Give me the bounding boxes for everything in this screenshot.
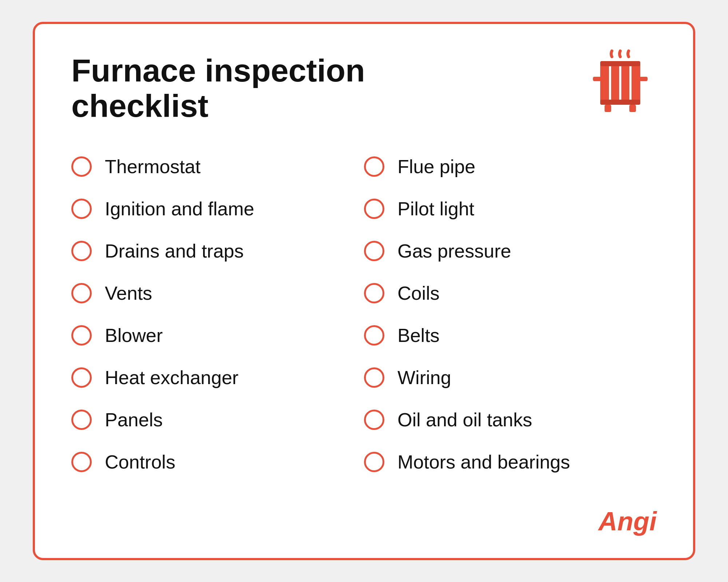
- checkbox-circle[interactable]: [364, 241, 384, 261]
- item-label: Controls: [105, 451, 175, 473]
- item-label: Pilot light: [397, 198, 474, 220]
- main-card: Furnace inspection checklist: [33, 22, 695, 560]
- checkbox-circle[interactable]: [71, 410, 92, 430]
- checkbox-circle[interactable]: [364, 452, 384, 472]
- item-label: Panels: [105, 409, 163, 431]
- list-item: Vents: [71, 272, 364, 314]
- list-item: Thermostat: [71, 146, 364, 188]
- checkbox-circle[interactable]: [71, 367, 92, 388]
- item-label: Vents: [105, 282, 152, 304]
- checkbox-circle[interactable]: [364, 325, 384, 346]
- svg-rect-5: [600, 100, 640, 105]
- svg-rect-9: [629, 105, 636, 112]
- checkbox-circle[interactable]: [71, 325, 92, 346]
- furnace-icon: [584, 49, 657, 122]
- checkbox-circle[interactable]: [71, 452, 92, 472]
- checkbox-circle[interactable]: [364, 199, 384, 219]
- checkbox-circle[interactable]: [71, 241, 92, 261]
- list-item: Coils: [364, 272, 657, 314]
- list-item: Drains and traps: [71, 230, 364, 272]
- item-label: Blower: [105, 324, 163, 346]
- item-label: Coils: [397, 282, 440, 304]
- list-item: Pilot light: [364, 188, 657, 230]
- item-label: Ignition and flame: [105, 198, 254, 220]
- checklist-grid: Thermostat Ignition and flame Drains and…: [71, 146, 657, 529]
- list-item: Controls: [71, 441, 364, 483]
- item-label: Gas pressure: [397, 240, 511, 262]
- list-item: Belts: [364, 314, 657, 356]
- list-item: Heat exchanger: [71, 356, 364, 399]
- angi-logo: Angi: [598, 506, 657, 536]
- list-item: Oil and oil tanks: [364, 399, 657, 441]
- left-column: Thermostat Ignition and flame Drains and…: [71, 146, 364, 529]
- header: Furnace inspection checklist: [71, 53, 657, 124]
- list-item: Wiring: [364, 356, 657, 399]
- checkbox-circle[interactable]: [364, 283, 384, 303]
- item-label: Motors and bearings: [397, 451, 570, 473]
- svg-rect-4: [600, 61, 640, 66]
- item-label: Oil and oil tanks: [397, 409, 532, 431]
- right-column: Flue pipe Pilot light Gas pressure Coils…: [364, 146, 657, 529]
- list-item: Motors and bearings: [364, 441, 657, 483]
- list-item: Flue pipe: [364, 146, 657, 188]
- list-item: Gas pressure: [364, 230, 657, 272]
- checkbox-circle[interactable]: [71, 283, 92, 303]
- item-label: Heat exchanger: [105, 367, 238, 388]
- page-title: Furnace inspection checklist: [71, 53, 365, 124]
- checkbox-circle[interactable]: [71, 156, 92, 177]
- svg-rect-7: [640, 77, 648, 81]
- item-label: Drains and traps: [105, 240, 244, 262]
- checkbox-circle[interactable]: [71, 199, 92, 219]
- item-label: Belts: [397, 324, 440, 346]
- item-label: Wiring: [397, 367, 451, 388]
- item-label: Thermostat: [105, 156, 201, 178]
- list-item: Ignition and flame: [71, 188, 364, 230]
- list-item: Panels: [71, 399, 364, 441]
- svg-rect-8: [605, 105, 611, 112]
- list-item: Blower: [71, 314, 364, 356]
- checkbox-circle[interactable]: [364, 410, 384, 430]
- svg-rect-6: [593, 77, 601, 81]
- item-label: Flue pipe: [397, 156, 475, 178]
- checkbox-circle[interactable]: [364, 156, 384, 177]
- checkbox-circle[interactable]: [364, 367, 384, 388]
